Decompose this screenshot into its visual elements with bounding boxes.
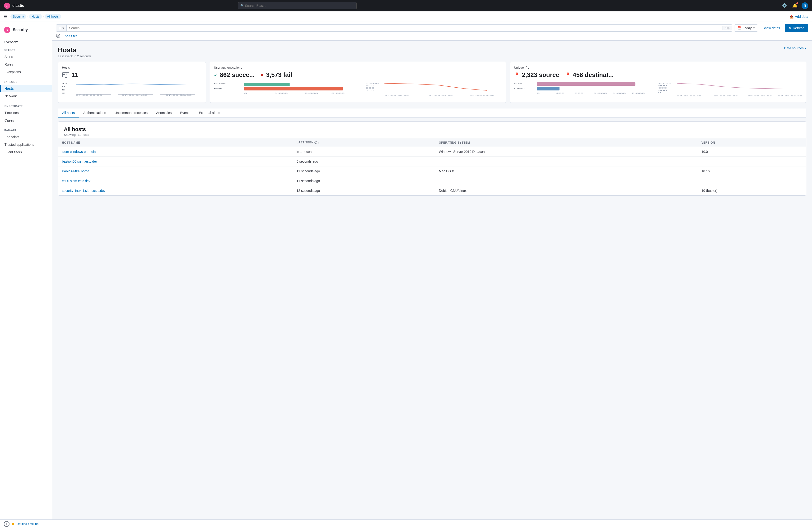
sidebar-item-network[interactable]: Network — [0, 92, 52, 100]
kql-badge[interactable]: KQL — [723, 26, 732, 30]
page-title-group: Hosts Last event: in 2 seconds — [58, 46, 91, 58]
svg-text:11: 11 — [62, 83, 68, 85]
svg-text:Succ.: Succ. — [214, 83, 227, 85]
svg-text:Src.: Src. — [514, 83, 523, 85]
tab-anomalies[interactable]: Anomalies — [152, 109, 176, 117]
sidebar-item-timelines[interactable]: Timelines — [0, 109, 52, 117]
ips-source-count: 2,323 source — [522, 71, 559, 79]
search-input[interactable] — [67, 25, 723, 31]
sidebar-item-exceptions[interactable]: Exceptions — [0, 68, 52, 76]
cell-os: Mac OS X — [435, 167, 697, 176]
settings-icon-button[interactable]: ⚙️ — [781, 2, 788, 10]
timeline-label[interactable]: Untitled timeline — [17, 522, 39, 526]
avatar[interactable]: N — [801, 2, 808, 9]
add-data-button[interactable]: 📥 Add data — [789, 15, 808, 18]
hostname-link[interactable]: security-linux-1.siem.estc.dev — [62, 189, 105, 192]
sidebar-item-endpoints[interactable]: Endpoints — [0, 133, 52, 141]
svg-text:2,000: 2,000 — [632, 92, 645, 94]
svg-text:07-30 06:00: 07-30 06:00 — [748, 95, 772, 97]
col-os: Operating system — [435, 139, 697, 147]
breadcrumb-item-hosts: Hosts — [29, 14, 42, 19]
refresh-button[interactable]: ↻ Refresh — [785, 24, 808, 32]
date-picker-button[interactable]: 📅 Today ▾ — [734, 25, 758, 32]
sidebar-section-label-explore: Explore — [0, 80, 52, 85]
sidebar-item-cases[interactable]: Cases — [0, 117, 52, 124]
date-chevron: ▾ — [753, 26, 755, 30]
page-subtitle: Last event: in 2 seconds — [58, 54, 91, 58]
hostname-link[interactable]: siem-windows-endpoint — [62, 150, 97, 154]
stat-card-ips-label: Unique IPs — [514, 66, 802, 69]
date-label: Today — [743, 26, 752, 30]
last-seen-info-icon[interactable]: ⓘ — [315, 141, 317, 144]
table-row: Pablos-MBP.home11 seconds agoMac OS X10.… — [58, 167, 806, 176]
sidebar-item-event-filters[interactable]: Event filters — [0, 148, 52, 156]
show-dates-button[interactable]: Show dates — [760, 25, 783, 31]
add-data-label: Add data — [795, 15, 808, 18]
hostname-link[interactable]: bastion00.siem.estc.dev — [62, 159, 98, 163]
top-navigation: e elastic 🔍 ⚙️ 🔔 N — [0, 0, 812, 11]
cell-version: 10 (buster) — [698, 186, 806, 196]
cell-version: 10.0 — [698, 147, 806, 157]
refresh-icon: ↻ — [788, 26, 791, 30]
hamburger-menu-button[interactable]: ☰ — [4, 14, 8, 19]
hosts-count: 11 — [71, 71, 78, 79]
sidebar-item-hosts[interactable]: Hosts — [0, 85, 52, 92]
add-data-icon: 📥 — [789, 15, 794, 18]
svg-text:S: S — [6, 28, 8, 32]
svg-text:0: 0 — [537, 92, 540, 94]
svg-rect-9 — [64, 77, 68, 78]
tab-events[interactable]: Events — [176, 109, 194, 117]
hostname-link[interactable]: Pablos-MBP.home — [62, 169, 89, 173]
add-filter-button[interactable]: + Add filter — [62, 34, 77, 38]
timeline-indicator — [12, 523, 14, 525]
breadcrumb-hosts[interactable]: Hosts — [29, 14, 42, 19]
tab-uncommon-processes[interactable]: Uncommon processes — [110, 109, 152, 117]
content-area: ☰ ▾ KQL 📅 Today ▾ Show dates ↻ Refresh — [52, 22, 812, 528]
svg-text:0: 0 — [658, 92, 661, 94]
breadcrumb-all-hosts[interactable]: All hosts — [45, 14, 61, 19]
search-type-button[interactable]: ☰ ▾ — [56, 25, 67, 31]
sidebar-item-rules[interactable]: Rules — [0, 60, 52, 68]
app-logo[interactable]: e elastic — [4, 2, 24, 9]
sidebar-section-detect: Detect Alerts Rules Exceptions — [0, 45, 52, 77]
sidebar-item-alerts[interactable]: Alerts — [0, 53, 52, 60]
tab-all-hosts[interactable]: All hosts — [58, 109, 79, 117]
breadcrumb-security[interactable]: Security — [11, 14, 26, 19]
ips-dest-count: 458 destinat... — [573, 71, 614, 79]
svg-rect-39 — [537, 87, 560, 90]
hostname-link[interactable]: es00.siem.estc.dev — [62, 179, 90, 183]
page-content: Hosts Last event: in 2 seconds Data sour… — [52, 41, 812, 201]
svg-text:8: 8 — [62, 86, 65, 88]
table-row: siem-windows-endpointin 1 secondWindows … — [58, 147, 806, 157]
svg-text:900: 900 — [658, 85, 667, 87]
search-icon: 🔍 — [241, 4, 244, 8]
sidebar-item-trusted-applications[interactable]: Trusted applications — [0, 141, 52, 148]
stat-card-hosts-label: Hosts — [62, 66, 202, 69]
cell-hostname: Pablos-MBP.home — [58, 167, 293, 176]
svg-text:600: 600 — [658, 87, 667, 89]
global-search-input[interactable] — [238, 2, 357, 9]
timeline-add-button[interactable]: + — [4, 521, 10, 527]
check-icon: ✓ — [214, 72, 218, 78]
auth-chart: Succ. Fail. 0 1,000 2,000 3,000 1,200 90… — [214, 82, 502, 99]
toolbar: ☰ ▾ KQL 📅 Today ▾ Show dates ↻ Refresh — [52, 22, 812, 41]
sidebar-item-overview[interactable]: Overview — [0, 37, 52, 45]
x-icon: ✕ — [260, 72, 264, 78]
stat-card-ips-values: 📍 2,323 source 📍 458 destinat... — [514, 71, 802, 79]
tab-external-alerts[interactable]: External alerts — [194, 109, 224, 117]
hosts-chart: 11 8 5 2 07-30 00:00 07-30 04:00 07-30 0… — [62, 82, 202, 96]
last-seen-sort-icon[interactable]: ↓ — [318, 141, 319, 144]
tab-authentications[interactable]: Authentications — [79, 109, 110, 117]
svg-text:1,000: 1,000 — [275, 92, 288, 94]
table-header: All hosts Showing: 11 hosts — [58, 122, 806, 139]
sidebar-header: S Security — [0, 22, 52, 37]
notifications-icon-button[interactable]: 🔔 — [791, 2, 799, 10]
stat-card-auth-values: ✓ 862 succe... ✕ 3,573 fail — [214, 71, 502, 79]
stat-cards: Hosts 11 — [58, 62, 806, 103]
cell-version: — — [698, 176, 806, 186]
search-type-chevron: ▾ — [62, 26, 64, 30]
data-sources-chevron: ▾ — [804, 46, 806, 50]
cell-last-seen: 11 seconds ago — [293, 167, 435, 176]
data-sources-button[interactable]: Data sources ▾ — [784, 46, 806, 50]
svg-rect-37 — [537, 82, 636, 86]
